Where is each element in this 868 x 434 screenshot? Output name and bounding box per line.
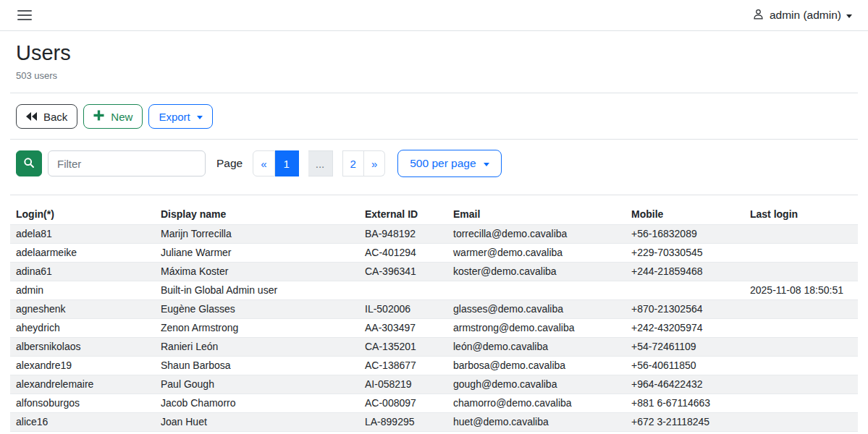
pagination-ellipsis: ... <box>308 150 333 176</box>
table-row[interactable]: albersnikolaosRanieri LeónCA-135201león@… <box>10 338 858 357</box>
cell-display-name: Marijn Torrecilla <box>155 225 359 244</box>
divider <box>10 93 858 93</box>
back-button[interactable]: Back <box>16 104 77 129</box>
cell-last-login <box>744 338 858 357</box>
cell-mobile <box>625 281 744 300</box>
pagination-prev[interactable]: « <box>253 150 274 176</box>
cell-external-id: CA-135201 <box>359 338 447 357</box>
divider <box>10 139 858 140</box>
cell-login: adela81 <box>10 225 155 244</box>
cell-email: armstrong@demo.cavaliba <box>447 319 625 338</box>
user-label: admin (admin) <box>770 9 841 22</box>
filter-bar: Page « 1 ... 2 » 500 per page <box>16 150 858 177</box>
cell-last-login <box>744 225 858 244</box>
cell-login: agneshenk <box>10 300 155 319</box>
export-dropdown-button[interactable]: Export <box>148 104 212 129</box>
filter-input[interactable] <box>48 150 206 176</box>
column-header-mobile: Mobile <box>625 205 744 225</box>
cell-email: warmer@demo.cavaliba <box>447 244 625 263</box>
cell-mobile: +56-40611850 <box>625 357 744 375</box>
cell-display-name: Paul Gough <box>155 375 359 394</box>
cell-external-id: AA-303497 <box>359 319 447 338</box>
table-row[interactable]: alexandrelemairePaul GoughAI-058219gough… <box>10 375 858 394</box>
cell-display-name: Máxima Koster <box>155 263 359 281</box>
cell-email: huet@demo.cavaliba <box>447 413 625 432</box>
cell-display-name: Zenon Armstrong <box>155 319 359 338</box>
table-header-row: Login(*) Display name External ID Email … <box>10 205 858 225</box>
chevron-down-icon <box>484 163 489 166</box>
pagination-next[interactable]: » <box>364 150 385 176</box>
cell-mobile: +229-70330545 <box>625 244 744 263</box>
toolbar: Back New Export <box>16 104 858 129</box>
cell-login: alexandrelemaire <box>10 375 155 394</box>
per-page-dropdown-button[interactable]: 500 per page <box>397 150 501 177</box>
user-menu-dropdown[interactable]: admin (admin) <box>752 8 852 23</box>
export-button-label: Export <box>159 111 190 123</box>
table-row[interactable]: adela81Marijn TorrecillaBA-948192torreci… <box>10 225 858 244</box>
cell-email: torrecilla@demo.cavaliba <box>447 225 625 244</box>
cell-last-login <box>744 413 858 432</box>
cell-display-name: Eugène Glasses <box>155 300 359 319</box>
cell-mobile: +881 6-67114663 <box>625 394 744 413</box>
users-table: Login(*) Display name External ID Email … <box>10 205 858 432</box>
cell-login: alice16 <box>10 413 155 432</box>
topbar: admin (admin) <box>0 0 868 31</box>
cell-external-id: LA-899295 <box>359 413 447 432</box>
cell-email: león@demo.cavaliba <box>447 338 625 357</box>
column-header-last-login: Last login <box>744 205 858 225</box>
cell-email: koster@demo.cavaliba <box>447 263 625 281</box>
main-content: Users 503 users Back New Export <box>0 40 868 432</box>
cell-display-name: Joan Huet <box>155 413 359 432</box>
cell-login: albersnikolaos <box>10 338 155 357</box>
search-button[interactable] <box>16 150 42 176</box>
cell-last-login <box>744 394 858 413</box>
table-row[interactable]: alexandre19Shaun BarbosaAC-138677barbosa… <box>10 357 858 375</box>
column-header-login: Login(*) <box>10 205 155 225</box>
cell-display-name: Built-in Global Admin user <box>155 281 359 300</box>
table-row[interactable]: alfonsoburgosJacob ChamorroAC-008097cham… <box>10 394 858 413</box>
table-row[interactable]: agneshenkEugène GlassesIL-502006glasses@… <box>10 300 858 319</box>
pagination: « 1 ... 2 » <box>253 150 385 176</box>
page-title: Users <box>16 40 858 66</box>
table-row[interactable]: alice16Joan HuetLA-899295huet@demo.caval… <box>10 413 858 432</box>
cell-login: alfonsoburgos <box>10 394 155 413</box>
chevron-down-icon <box>846 14 852 18</box>
cell-external-id: AC-008097 <box>359 394 447 413</box>
user-count: 503 users <box>16 70 858 81</box>
hamburger-menu-icon[interactable] <box>16 9 33 22</box>
cell-external-id: CA-396341 <box>359 263 447 281</box>
cell-external-id: AC-138677 <box>359 357 447 375</box>
cell-email: glasses@demo.cavaliba <box>447 300 625 319</box>
plus-icon <box>93 110 104 123</box>
cell-external-id: BA-948192 <box>359 225 447 244</box>
cell-external-id: IL-502006 <box>359 300 447 319</box>
table-row[interactable]: aheydrichZenon ArmstrongAA-303497armstro… <box>10 319 858 338</box>
cell-login: alexandre19 <box>10 357 155 375</box>
cell-login: admin <box>10 281 155 300</box>
cell-last-login <box>744 244 858 263</box>
cell-mobile: +54-72461109 <box>625 338 744 357</box>
pagination-page-1[interactable]: 1 <box>275 150 299 176</box>
table-row[interactable]: adminBuilt-in Global Admin user2025-11-0… <box>10 281 858 300</box>
cell-display-name: Ranieri León <box>155 338 359 357</box>
new-button[interactable]: New <box>83 104 143 129</box>
cell-external-id: AI-058219 <box>359 375 447 394</box>
cell-last-login <box>744 319 858 338</box>
cell-last-login <box>744 300 858 319</box>
cell-mobile: +56-16832089 <box>625 225 744 244</box>
column-header-display-name: Display name <box>155 205 359 225</box>
cell-last-login: 2025-11-08 18:50:51 <box>744 281 858 300</box>
cell-email: chamorro@demo.cavaliba <box>447 394 625 413</box>
cell-last-login <box>744 263 858 281</box>
cell-login: adelaarmeike <box>10 244 155 263</box>
chevron-down-icon <box>197 116 203 119</box>
search-icon <box>23 157 35 171</box>
cell-email: gough@demo.cavaliba <box>447 375 625 394</box>
column-header-email: Email <box>447 205 625 225</box>
cell-last-login <box>744 375 858 394</box>
pagination-page-2[interactable]: 2 <box>342 150 364 176</box>
cell-mobile: +870-21302564 <box>625 300 744 319</box>
table-row[interactable]: adina61Máxima KosterCA-396341koster@demo… <box>10 263 858 281</box>
table-row[interactable]: adelaarmeikeJuliane WarmerAC-401294warme… <box>10 244 858 263</box>
cell-display-name: Jacob Chamorro <box>155 394 359 413</box>
